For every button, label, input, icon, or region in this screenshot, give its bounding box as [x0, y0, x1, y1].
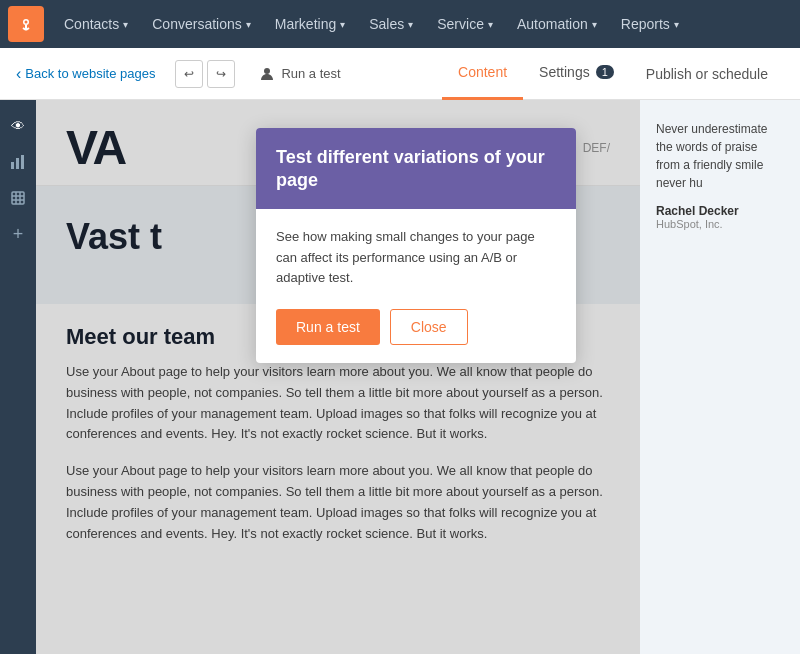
chevron-down-icon: ▾ — [592, 19, 597, 30]
tab-content[interactable]: Content — [442, 48, 523, 100]
nav-reports[interactable]: Reports ▾ — [609, 0, 691, 48]
run-test-button[interactable]: Run a test — [276, 309, 380, 345]
chevron-down-icon: ▾ — [408, 19, 413, 30]
main-area: 👁 + VA DEF/ — [0, 100, 800, 654]
run-test-popup: Test different variations of your page S… — [256, 128, 576, 363]
close-button[interactable]: Close — [390, 309, 468, 345]
right-sidebar: Never underestimate the words of praise … — [640, 100, 800, 654]
popup-overlay[interactable]: Test different variations of your page S… — [36, 100, 640, 654]
nav-marketing[interactable]: Marketing ▾ — [263, 0, 357, 48]
redo-button[interactable]: ↪ — [207, 60, 235, 88]
popup-title: Test different variations of your page — [276, 146, 556, 193]
popup-actions: Run a test Close — [276, 309, 556, 345]
eye-icon[interactable]: 👁 — [4, 112, 32, 140]
nav-automation[interactable]: Automation ▾ — [505, 0, 609, 48]
testimonial-company: HubSpot, Inc. — [656, 218, 784, 230]
run-test-header-button[interactable]: Run a test — [259, 66, 340, 82]
hubspot-logo[interactable] — [8, 6, 44, 42]
testimonial-text: Never underestimate the words of praise … — [656, 120, 784, 192]
chevron-down-icon: ▾ — [123, 19, 128, 30]
box-icon[interactable] — [4, 184, 32, 212]
chevron-down-icon: ▾ — [340, 19, 345, 30]
nav-conversations[interactable]: Conversations ▾ — [140, 0, 263, 48]
svg-rect-6 — [11, 162, 14, 169]
svg-rect-8 — [21, 155, 24, 169]
svg-point-5 — [264, 68, 270, 74]
chart-icon[interactable] — [4, 148, 32, 176]
chevron-down-icon: ▾ — [246, 19, 251, 30]
tab-settings[interactable]: Settings 1 — [523, 48, 630, 100]
settings-badge: 1 — [596, 65, 614, 79]
svg-rect-7 — [16, 158, 19, 169]
chevron-down-icon: ▾ — [488, 19, 493, 30]
content-area: VA DEF/ Vast t Meet our team Use your Ab… — [36, 100, 640, 654]
nav-service[interactable]: Service ▾ — [425, 0, 505, 48]
sub-header-tabs: Content Settings 1 Publish or schedule — [442, 48, 784, 99]
popup-header: Test different variations of your page — [256, 128, 576, 209]
popup-description: See how making small changes to your pag… — [276, 227, 556, 289]
top-nav: Contacts ▾ Conversations ▾ Marketing ▾ S… — [0, 0, 800, 48]
left-sidebar: 👁 + — [0, 100, 36, 654]
history-controls: ↩ ↪ — [175, 60, 235, 88]
nav-sales[interactable]: Sales ▾ — [357, 0, 425, 48]
plus-icon[interactable]: + — [4, 220, 32, 248]
svg-rect-9 — [12, 192, 24, 204]
popup-body: See how making small changes to your pag… — [256, 209, 576, 363]
undo-button[interactable]: ↩ — [175, 60, 203, 88]
testimonial-name: Rachel Decker — [656, 204, 784, 218]
tab-publish[interactable]: Publish or schedule — [630, 48, 784, 100]
chevron-down-icon: ▾ — [674, 19, 679, 30]
nav-contacts[interactable]: Contacts ▾ — [52, 0, 140, 48]
back-to-website-pages-link[interactable]: Back to website pages — [16, 65, 155, 83]
svg-point-1 — [25, 21, 28, 24]
sub-header: Back to website pages ↩ ↪ Run a test Con… — [0, 48, 800, 100]
